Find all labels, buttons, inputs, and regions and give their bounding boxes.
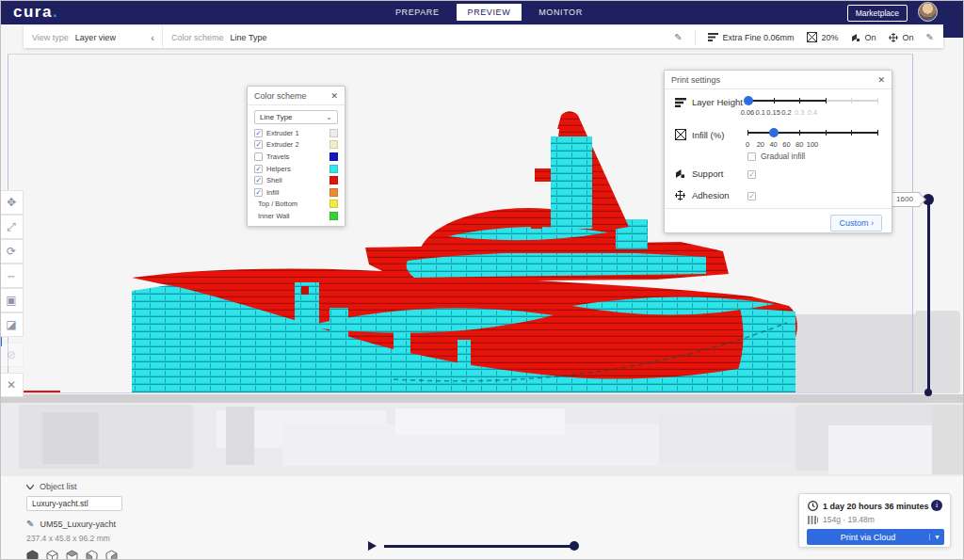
- tab-monitor[interactable]: MONITOR: [527, 4, 594, 21]
- cube-solid-icon[interactable]: [26, 550, 39, 560]
- chevron-down-icon: [26, 485, 34, 489]
- layer-slider-track[interactable]: [927, 200, 930, 393]
- extruder2-checkbox[interactable]: [254, 140, 263, 149]
- print-settings-header[interactable]: Print settings ✕: [665, 71, 892, 89]
- support-icon: [851, 33, 860, 42]
- layer-slider-bottom-handle[interactable]: [924, 389, 932, 396]
- travels-checkbox[interactable]: [254, 152, 263, 161]
- tool-rotate-button[interactable]: ⟳: [0, 239, 24, 264]
- tool-move-button[interactable]: ✥: [0, 190, 24, 215]
- color-scheme-panel-title: Color scheme: [254, 91, 307, 101]
- support-checkbox[interactable]: [747, 170, 756, 179]
- view-type-selector[interactable]: View type Layer view ‹: [24, 26, 163, 48]
- adhesion-checkbox[interactable]: [747, 192, 756, 200]
- layer-height-slider[interactable]: [747, 95, 879, 106]
- close-icon[interactable]: ✕: [877, 75, 885, 85]
- color-scheme-panel: Color scheme ✕ Line Type ⌄ Extruder 1 Ex…: [247, 86, 345, 227]
- info-icon[interactable]: i: [931, 500, 942, 511]
- support-value: On: [865, 33, 876, 42]
- gradual-infill-row[interactable]: Gradual infill: [747, 152, 805, 161]
- legend-row-helpers[interactable]: Helpers: [248, 163, 345, 175]
- cube-right-icon[interactable]: [105, 550, 118, 560]
- adhesion-label: Adhesion: [692, 190, 730, 200]
- playback-handle[interactable]: [570, 541, 579, 551]
- edit-settings-icon[interactable]: ✎: [926, 32, 934, 42]
- collapse-chevron-icon[interactable]: ‹: [151, 32, 154, 43]
- print-time-estimate: 1 day 20 hours 36 minutes: [823, 502, 929, 511]
- color-swatch: [329, 200, 338, 208]
- playback-track[interactable]: [384, 545, 576, 548]
- support-summary[interactable]: On: [851, 33, 876, 42]
- view-type-value: Layer view: [75, 33, 116, 42]
- view-toolbar: View type Layer view ‹ Color scheme Line…: [24, 26, 943, 48]
- marketplace-button[interactable]: Marketplace: [847, 5, 908, 22]
- legend-label: Shell: [266, 176, 282, 184]
- cube-top-icon[interactable]: [66, 550, 78, 560]
- close-icon[interactable]: ✕: [330, 91, 338, 101]
- top-bar: cura. PREPARE PREVIEW MONITOR Marketplac…: [0, 0, 964, 24]
- gradual-infill-checkbox[interactable]: [747, 152, 756, 161]
- extruder1-checkbox[interactable]: [254, 129, 263, 137]
- printer-name-row[interactable]: ✎ UM55_Luxury-yacht: [26, 519, 122, 529]
- tool-support-blocker-button[interactable]: ◪: [0, 312, 24, 337]
- tool-scale-button[interactable]: ⤢: [0, 215, 24, 239]
- line-type-dropdown[interactable]: Line Type ⌄: [254, 110, 338, 124]
- model-dimensions: 237.4 x 45.8 x 96.2 mm: [26, 534, 122, 543]
- edit-profile-icon[interactable]: ✎: [674, 32, 682, 42]
- legend-row-inner-wall: Inner Wall: [248, 210, 345, 222]
- legend-row-extruder2[interactable]: Extruder 2: [248, 139, 345, 152]
- tool-mirror-button[interactable]: ⇔: [0, 264, 24, 288]
- legend-label: Helpers: [266, 165, 291, 173]
- legend-row-shell[interactable]: Shell: [248, 174, 345, 186]
- legend-row-infill[interactable]: Infill: [248, 186, 345, 199]
- layer-height-label: Layer Height: [692, 97, 743, 107]
- legend-label: Extruder 2: [266, 140, 299, 149]
- cube-front-icon[interactable]: [46, 550, 58, 560]
- print-via-cloud-button[interactable]: Print via Cloud ▼: [807, 529, 944, 545]
- color-scheme-panel-header[interactable]: Color scheme ✕: [248, 87, 345, 105]
- infill-slider-handle[interactable]: [769, 128, 779, 137]
- layer-height-icon: [708, 33, 718, 41]
- profile-value: Extra Fine 0.06mm: [723, 33, 795, 42]
- helpers-checkbox[interactable]: [254, 165, 263, 173]
- adhesion-summary[interactable]: On: [889, 33, 914, 42]
- object-list-panel: Object list ✎ UM55_Luxury-yacht 237.4 x …: [26, 482, 122, 560]
- tab-preview[interactable]: PREVIEW: [457, 4, 522, 21]
- custom-settings-button[interactable]: Custom ›: [830, 215, 882, 232]
- legend-row-travels[interactable]: Travels: [248, 151, 345, 163]
- legend-label: Travels: [266, 152, 289, 161]
- printer-ghost-part: [828, 425, 946, 474]
- shell-checkbox[interactable]: [254, 176, 263, 184]
- cube-left-icon[interactable]: [86, 550, 98, 560]
- color-scheme-selector[interactable]: Color scheme Line Type: [163, 26, 266, 48]
- legend-row-extruder1[interactable]: Extruder 1: [248, 127, 345, 139]
- legend-row-top-bottom: Top / Bottom: [248, 199, 345, 211]
- print-options-chevron-icon[interactable]: ▼: [929, 534, 944, 540]
- tool-per-model-settings-button[interactable]: ▣: [0, 288, 24, 312]
- support-icon: [674, 168, 686, 179]
- print-settings-panel: Print settings ✕ Layer Height 0.060.10.1…: [664, 70, 892, 233]
- panel-divider: [665, 208, 892, 209]
- play-button[interactable]: [368, 541, 377, 551]
- object-list-toggle[interactable]: Object list: [26, 482, 122, 491]
- user-avatar[interactable]: [918, 2, 938, 22]
- legend-label: Extruder 1: [266, 129, 299, 137]
- infill-slider[interactable]: [747, 127, 879, 138]
- tool-disabled-button: ⊘: [0, 343, 24, 367]
- deselect-close-button[interactable]: ✕: [0, 373, 24, 397]
- layer-height-slider-handle[interactable]: [744, 96, 753, 105]
- infill-label: Infill (%): [692, 130, 724, 140]
- print-button-label: Print via Cloud: [807, 533, 929, 542]
- logo-text: cura: [13, 3, 53, 21]
- color-swatch: [329, 140, 338, 149]
- object-filename-field[interactable]: [26, 496, 122, 511]
- infill-checkbox[interactable]: [254, 188, 263, 197]
- color-swatch: [329, 188, 338, 197]
- infill-summary[interactable]: 20%: [807, 32, 839, 42]
- profile-summary[interactable]: Extra Fine 0.06mm: [708, 33, 795, 42]
- edit-pencil-icon[interactable]: ✎: [26, 519, 34, 529]
- color-swatch: [329, 129, 338, 137]
- infill-value: 20%: [822, 33, 839, 42]
- infill-tick-labels: 020406080100: [747, 140, 826, 149]
- tab-prepare[interactable]: PREPARE: [384, 4, 451, 21]
